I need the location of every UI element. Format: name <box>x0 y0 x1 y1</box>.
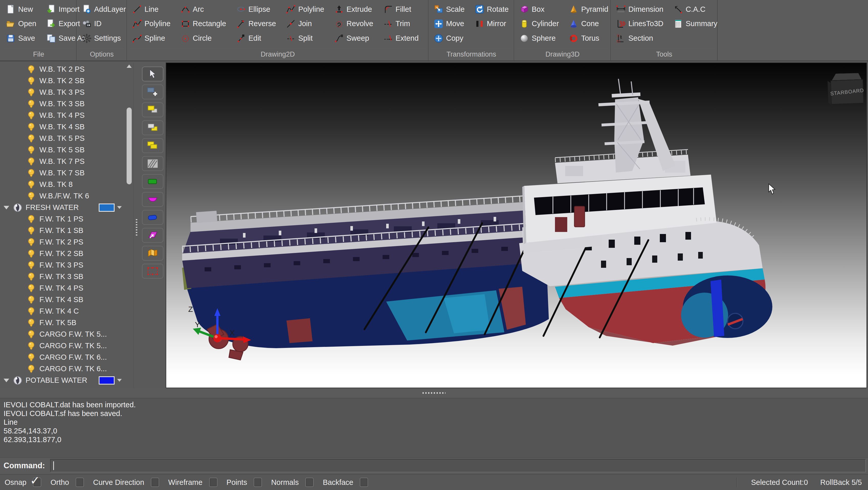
toolbar-panels-button[interactable] <box>142 246 163 261</box>
3d-viewport[interactable]: Z Y X STARBOARD <box>166 62 867 388</box>
tree-item[interactable]: F.W. TK 4 SB <box>0 294 124 306</box>
collapse-arrow-icon[interactable] <box>4 379 9 382</box>
tree-item[interactable]: W.B. TK 4 SB <box>0 121 124 133</box>
checkbox[interactable] <box>360 478 368 487</box>
settings-button[interactable]: Settings <box>81 31 127 46</box>
toggle-osnap[interactable]: Osnap✓ <box>5 478 41 487</box>
scale-button[interactable]: Scale <box>432 2 466 17</box>
toggle-points[interactable]: Points <box>226 478 262 487</box>
polyline-button[interactable]: Polyline <box>131 17 172 31</box>
tree-item[interactable]: W.B. TK 8 <box>0 179 124 190</box>
tree-item[interactable]: F.W. TK 3 PS <box>0 259 124 271</box>
checkbox[interactable] <box>209 478 217 487</box>
summary-button[interactable]: Summary <box>672 17 718 31</box>
toolbar-bring-front-button[interactable] <box>142 103 163 117</box>
open-button[interactable]: Open <box>5 17 37 31</box>
save-button[interactable]: Save <box>5 31 37 46</box>
reverse-button[interactable]: Reverse <box>235 17 277 31</box>
copy-button[interactable]: Copy <box>432 31 466 46</box>
section-button[interactable]: Section <box>615 31 664 46</box>
vertical-splitter[interactable] <box>133 62 140 388</box>
tree-item[interactable]: F.W. TK 5B <box>0 317 124 328</box>
toolbar-select-add-button[interactable] <box>142 85 163 99</box>
rotate-button[interactable]: Rotate <box>473 2 510 17</box>
move-button[interactable]: Move <box>432 17 466 31</box>
tree-item[interactable]: F.W. TK 2 PS <box>0 236 124 248</box>
toolbar-send-back-button[interactable] <box>142 120 163 135</box>
tree-item[interactable]: CARGO F.W. TK 6... <box>0 351 124 363</box>
circle-button[interactable]: Circle <box>179 31 227 46</box>
dimension-button[interactable]: Dimension <box>615 2 664 17</box>
tree-item[interactable]: F.W. TK 1 SB <box>0 225 124 236</box>
checkbox[interactable] <box>76 478 84 487</box>
torus-button[interactable]: Torus <box>567 31 609 46</box>
revolve-button[interactable]: Revolve <box>333 17 374 31</box>
tree-item[interactable]: W.B. TK 2 PS <box>0 63 124 75</box>
toggle-normals[interactable]: Normals <box>271 478 314 487</box>
horizontal-splitter[interactable] <box>0 388 868 398</box>
tree-item[interactable]: W.B. TK 5 SB <box>0 144 124 156</box>
toolbar-section-box-button[interactable] <box>142 264 163 279</box>
toolbar-surface-button[interactable] <box>142 228 163 243</box>
collapse-arrow-icon[interactable] <box>4 206 9 209</box>
cylinder-button[interactable]: Cylinder <box>518 17 560 31</box>
cac-button[interactable]: C.A.C <box>672 2 718 17</box>
tree-item[interactable]: W.B. TK 5 PS <box>0 133 124 144</box>
toolbar-select-button[interactable] <box>142 66 163 81</box>
checkbox[interactable] <box>305 478 314 487</box>
layer-color-swatch[interactable] <box>99 376 115 384</box>
tree-item[interactable]: F.W. TK 3 SB <box>0 271 124 282</box>
polyline-button[interactable]: Polyline <box>285 2 325 17</box>
tree-item[interactable]: W.B. TK 7 PS <box>0 156 124 167</box>
tree-item[interactable]: F.W. TK 4 PS <box>0 282 124 294</box>
ellipse-button[interactable]: Ellipse <box>235 2 277 17</box>
checkbox[interactable]: ✓ <box>33 478 41 487</box>
tree-item[interactable]: W.B. TK 3 SB <box>0 98 124 110</box>
tree-item[interactable]: W.B. TK 4 PS <box>0 110 124 121</box>
toolbar-green-swatch-button[interactable] <box>142 174 163 189</box>
scroll-up-icon[interactable] <box>127 64 132 68</box>
toggle-backface[interactable]: Backface <box>323 478 368 487</box>
sweep-button[interactable]: Sweep <box>333 31 374 46</box>
new-button[interactable]: New <box>5 2 37 17</box>
scrollbar-thumb[interactable] <box>127 108 132 184</box>
tree-group-potablewater[interactable]: POTABLE WATER <box>0 375 124 386</box>
linesto3d-button[interactable]: LinesTo3D <box>615 17 664 31</box>
tree-item[interactable]: CARGO F.W. TK 5... <box>0 340 124 351</box>
checkbox[interactable] <box>254 478 262 487</box>
line-button[interactable]: Line <box>131 2 172 17</box>
trim-button[interactable]: Trim <box>382 17 420 31</box>
swatch-dropdown-icon[interactable] <box>117 379 122 382</box>
tree-item[interactable]: CARGO F.W. TK 5... <box>0 328 124 340</box>
checkbox[interactable] <box>151 478 159 487</box>
tree-item[interactable]: F.W. TK 2 SB <box>0 248 124 259</box>
command-input-box[interactable] <box>50 459 866 472</box>
toggle-wireframe[interactable]: Wireframe <box>168 478 217 487</box>
split-button[interactable]: Split <box>285 31 325 46</box>
navigation-cube[interactable]: STARBOARD <box>830 73 864 106</box>
spline-button[interactable]: Spline <box>131 31 172 46</box>
sphere-button[interactable]: Sphere <box>518 31 560 46</box>
tree-item[interactable]: F.W. TK 1 PS <box>0 213 124 225</box>
rectangle-button[interactable]: Rectangle <box>179 17 227 31</box>
toolbar-magenta-swatch-button[interactable] <box>142 192 163 207</box>
id-button[interactable]: ID <box>81 17 127 31</box>
toggle-curvedirection[interactable]: Curve Direction <box>93 478 159 487</box>
toolbar-multi-select-button[interactable] <box>142 138 163 153</box>
arc-button[interactable]: Arc <box>179 2 227 17</box>
tree-item[interactable]: W.B. TK 7 SB <box>0 167 124 179</box>
addlayer-button[interactable]: AddLayer <box>81 2 127 17</box>
edit-button[interactable]: Edit <box>235 31 277 46</box>
box-button[interactable]: Box <box>518 2 560 17</box>
command-input[interactable] <box>54 459 865 472</box>
cube-front-face[interactable]: STARBOARD <box>830 79 864 105</box>
extend-button[interactable]: Extend <box>382 31 420 46</box>
tree-item[interactable]: W.B. TK 3 PS <box>0 87 124 98</box>
tree-group-freshwater[interactable]: FRESH WATER <box>0 202 124 213</box>
layer-color-swatch[interactable] <box>99 204 115 212</box>
tree-item[interactable]: W.B./F.W. TK 6 <box>0 190 124 202</box>
toolbar-blue-swatch-button[interactable] <box>142 210 163 225</box>
join-button[interactable]: Join <box>285 17 325 31</box>
mirror-button[interactable]: Mirror <box>473 17 510 31</box>
toggle-ortho[interactable]: Ortho <box>51 478 84 487</box>
